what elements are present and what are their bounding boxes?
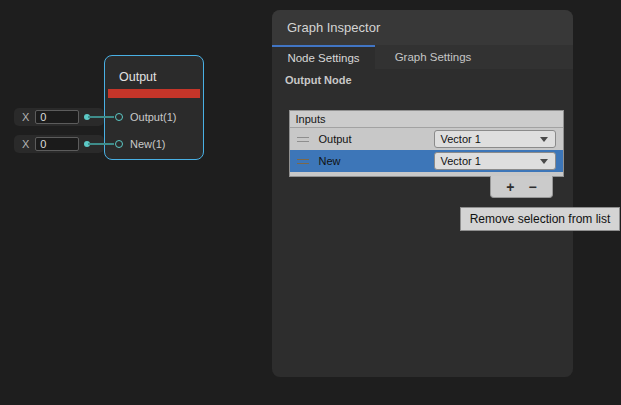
drag-handle-icon[interactable]: [297, 159, 309, 164]
shader-graph-canvas[interactable]: Output Output(1) New(1) X 0 X 0 Graph In…: [0, 0, 621, 405]
port-connector-icon[interactable]: [115, 113, 123, 121]
type-dropdown[interactable]: Vector 1: [434, 130, 556, 148]
add-item-button[interactable]: +: [506, 180, 514, 194]
dropdown-value: Vector 1: [441, 155, 540, 167]
edge-line: [88, 143, 114, 145]
type-dropdown[interactable]: Vector 1: [434, 152, 556, 170]
port-row-output: Output(1): [105, 106, 203, 128]
inspector-title: Graph Inspector: [287, 20, 380, 35]
tab-graph-settings[interactable]: Graph Settings: [375, 45, 491, 69]
inputs-list: Inputs Output Vector 1 New Vector 1: [289, 110, 565, 177]
tab-node-settings[interactable]: Node Settings: [272, 45, 375, 69]
list-item-output[interactable]: Output Vector 1: [290, 128, 564, 150]
drag-handle-icon[interactable]: [297, 137, 309, 142]
port-label: New(1): [130, 138, 165, 150]
port-row-new: New(1): [105, 133, 203, 155]
float-value-field[interactable]: 0: [35, 110, 79, 124]
chevron-down-icon: [540, 137, 548, 142]
section-title: Output Node: [285, 74, 352, 86]
list-item-new[interactable]: New Vector 1: [290, 150, 564, 172]
inputs-list-header: Inputs: [290, 111, 564, 128]
float-value-field[interactable]: 0: [35, 137, 79, 151]
axis-label: X: [22, 111, 29, 123]
node-color-bar: [108, 89, 200, 98]
row-name: Output: [319, 133, 352, 145]
chevron-down-icon: [540, 159, 548, 164]
axis-label: X: [22, 138, 29, 150]
port-label: Output(1): [130, 111, 176, 123]
row-name: New: [319, 155, 341, 167]
inspector-tabbar: Node Settings Graph Settings: [272, 45, 573, 69]
inspector-header[interactable]: Graph Inspector: [272, 10, 573, 45]
edge-line: [88, 116, 114, 118]
graph-inspector-panel: Graph Inspector Node Settings Graph Sett…: [272, 10, 573, 377]
port-connector-icon[interactable]: [115, 140, 123, 148]
node-title: Output: [119, 70, 157, 84]
node-output[interactable]: Output Output(1) New(1): [104, 55, 204, 160]
tooltip: Remove selection from list: [460, 207, 620, 231]
dropdown-value: Vector 1: [441, 133, 540, 145]
inputs-list-footer: + −: [490, 176, 553, 198]
remove-item-button[interactable]: −: [529, 180, 537, 194]
